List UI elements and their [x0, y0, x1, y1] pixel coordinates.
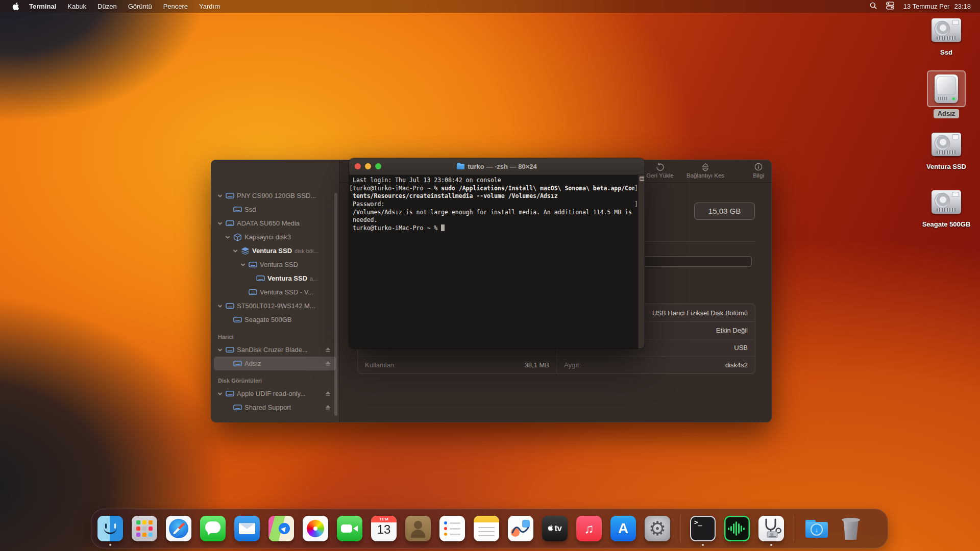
sidebar-item-adata-su650-media[interactable]: ADATA SU650 Media: [214, 216, 336, 230]
chevron-down-icon[interactable]: [216, 193, 224, 198]
dock-safari[interactable]: [166, 516, 191, 541]
sidebar-item-apple-udif-read-only[interactable]: Apple UDIF read-only...: [214, 387, 336, 400]
dock-waveform[interactable]: [724, 516, 750, 541]
menu-yardim[interactable]: Yardım: [193, 3, 226, 10]
dock-freeform[interactable]: [508, 516, 533, 541]
menu-pencere[interactable]: Pencere: [158, 3, 193, 10]
partition-size-button[interactable]: 15,03 GB: [694, 203, 755, 220]
dock-settings[interactable]: [645, 516, 670, 541]
terminal-icon: [690, 516, 716, 541]
dock-downloads[interactable]: ↓: [804, 516, 829, 541]
chevron-down-icon[interactable]: [216, 391, 224, 396]
terminal-line: Password:]: [349, 201, 638, 209]
apple-menu-icon[interactable]: [8, 2, 23, 11]
desktop-icon-seagate-500gb[interactable]: Seagate 500GB: [918, 186, 975, 228]
sidebar-scrollbar[interactable]: [334, 193, 337, 416]
dock-tv[interactable]: tv: [542, 516, 568, 541]
info-button[interactable]: Bilgi: [738, 162, 772, 179]
sidebar-item-ssd[interactable]: Ssd: [214, 203, 336, 216]
chevron-down-icon[interactable]: [231, 248, 239, 254]
dock-appstore[interactable]: [610, 516, 636, 541]
dock-notes[interactable]: [474, 516, 499, 541]
menu-kabuk[interactable]: Kabuk: [62, 3, 92, 10]
dock-divider: [794, 515, 794, 542]
launchpad-icon: [132, 516, 157, 541]
internal-drive-icon: [932, 190, 961, 214]
downloads-icon: ↓: [804, 516, 829, 541]
chevron-down-icon[interactable]: [216, 304, 224, 309]
zoom-button[interactable]: [375, 163, 381, 169]
terminal-scrollbar[interactable]: [638, 175, 645, 348]
dock-terminal[interactable]: [690, 516, 716, 541]
menu-duzen[interactable]: Düzen: [92, 3, 122, 10]
dock-maps[interactable]: [268, 516, 294, 541]
dock-finder[interactable]: [97, 516, 123, 541]
terminal-line: [turko@turko-iMac-Pro ~ % sudo /Applicat…: [349, 185, 638, 193]
unmount-icon: [675, 162, 736, 171]
internal-drive-icon: [932, 133, 961, 156]
desktop-icon-ventura-ssd[interactable]: Ventura SSD: [918, 129, 975, 170]
search-icon[interactable]: [870, 2, 877, 11]
chevron-down-icon[interactable]: [216, 347, 224, 353]
sidebar-item-seagate-500gb[interactable]: Seagate 500GB: [214, 313, 336, 327]
dock-contacts[interactable]: [405, 516, 431, 541]
drive-icon: [224, 390, 235, 397]
drive-icon: [232, 206, 243, 213]
dock-calendar[interactable]: TEM13: [371, 516, 397, 541]
dock-messages[interactable]: [200, 516, 226, 541]
drive-icon: [232, 316, 243, 323]
chevron-down-icon[interactable]: [224, 235, 232, 240]
desktop-icon-label: Adsız: [918, 110, 975, 117]
tv-icon: tv: [542, 516, 568, 541]
close-button[interactable]: [355, 163, 361, 169]
desktop-icon-ssd[interactable]: Ssd: [918, 14, 975, 56]
sidebar-item-ventura-ssd-v[interactable]: Ventura SSD - V...: [214, 285, 336, 299]
desktop-icon-label: Ventura SSD: [918, 163, 975, 170]
photos-icon: [303, 516, 328, 541]
sidebar-item-sandisk-cruzer-blade[interactable]: SanDisk Cruzer Blade...: [214, 343, 336, 357]
terminal-text[interactable]: Last login: Thu Jul 13 23:08:42 on conso…: [349, 175, 638, 348]
dock-divider: [680, 515, 680, 542]
dock-launchpad[interactable]: [132, 516, 157, 541]
split-pane-icon[interactable]: [640, 177, 644, 181]
dock-photos[interactable]: [303, 516, 328, 541]
sidebar-item-shared-support[interactable]: Shared Support: [214, 400, 336, 414]
mail-icon: [234, 516, 260, 541]
terminal-line: turko@turko-iMac-Pro ~ %: [349, 224, 638, 233]
terminal-line: needed.: [349, 216, 638, 224]
unmount-button[interactable]: Bağlantıyı Kes: [675, 162, 736, 179]
folder-proxy-icon[interactable]: [457, 164, 464, 169]
messages-icon: [200, 516, 226, 541]
menu-goruntu[interactable]: Görüntü: [122, 3, 158, 10]
sidebar-item-st500lt012-9ws142-m[interactable]: ST500LT012-9WS142 M...: [214, 299, 336, 313]
dock-reminders[interactable]: [439, 516, 465, 541]
appstore-icon: [610, 516, 636, 541]
desktop-icon-ads-z[interactable]: Adsız: [918, 70, 975, 117]
sidebar-item-ventura-ssd[interactable]: Ventura SSDdisk böl...: [214, 244, 336, 258]
dock-facetime[interactable]: [337, 516, 362, 541]
sidebar-item-ventura-ssd[interactable]: Ventura SSDa...: [214, 271, 336, 285]
external-drive-icon: [935, 74, 958, 103]
control-center-icon[interactable]: [886, 2, 894, 11]
dock-music[interactable]: [576, 516, 602, 541]
sidebar-item-ads-z[interactable]: Adsız: [214, 357, 336, 370]
drive-icon: [224, 303, 235, 309]
sidebar-item-kapsay-c-disk3[interactable]: Kapsayıcı disk3: [214, 230, 336, 244]
sidebar-item-ventura-ssd[interactable]: Ventura SSD: [214, 258, 336, 271]
sidebar-item-pny-cs900-120gb-ssd[interactable]: PNY CS900 120GB SSD...: [214, 189, 336, 203]
dock-mail[interactable]: [234, 516, 260, 541]
terminal-titlebar[interactable]: turko — -zsh — 80×24: [349, 158, 645, 175]
menu-clock[interactable]: 13 Temmuz Per 23:18: [903, 3, 971, 10]
desktop-icon-label: Seagate 500GB: [918, 220, 975, 228]
chevron-down-icon[interactable]: [216, 221, 224, 226]
reminders-icon: [439, 516, 465, 541]
layers-icon: [239, 247, 251, 255]
minimize-button[interactable]: [365, 163, 371, 169]
menu-app-name[interactable]: Terminal: [23, 3, 62, 10]
window-traffic-lights[interactable]: [355, 163, 381, 169]
chevron-down-icon[interactable]: [239, 262, 247, 267]
menu-time: 23:18: [954, 3, 971, 10]
terminal-window[interactable]: turko — -zsh — 80×24 Last login: Thu Jul…: [349, 158, 645, 348]
dock-diskutility[interactable]: [758, 516, 784, 541]
dock-trash[interactable]: [838, 516, 864, 541]
